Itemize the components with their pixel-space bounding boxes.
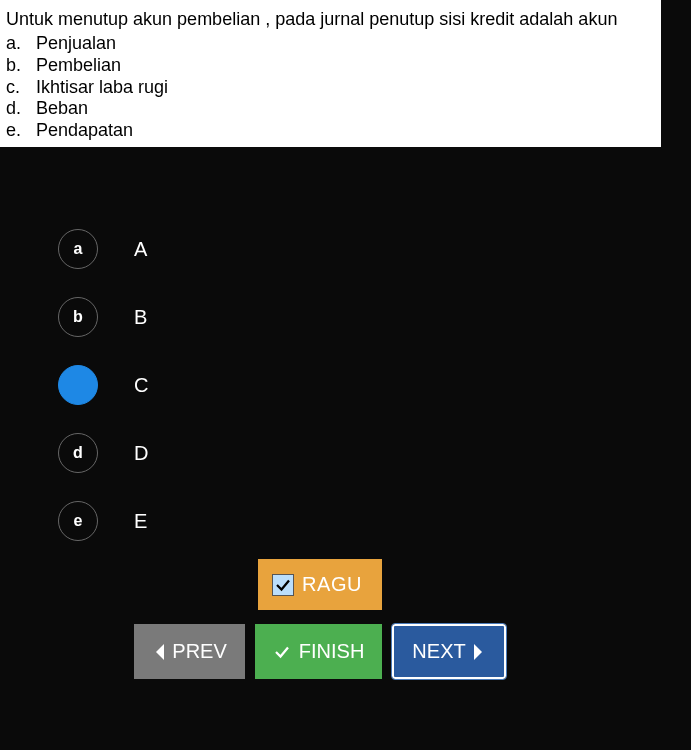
question-options-list: a.Penjualan b.Pembelian c.Ikhtisar laba …	[6, 33, 655, 141]
answer-row-b: b B	[58, 283, 691, 351]
question-text: Untuk menutup akun pembelian , pada jurn…	[6, 8, 655, 31]
check-icon	[274, 576, 292, 594]
answer-radio-c[interactable]: c	[58, 365, 98, 405]
chevron-right-icon	[472, 642, 486, 662]
prev-label: PREV	[172, 640, 226, 663]
answer-radio-b[interactable]: b	[58, 297, 98, 337]
answer-radio-e[interactable]: e	[58, 501, 98, 541]
answer-label-c: C	[134, 374, 148, 397]
next-label: NEXT	[412, 640, 465, 663]
chevron-left-icon	[152, 642, 166, 662]
finish-label: FINISH	[299, 640, 365, 663]
answer-label-b: B	[134, 306, 147, 329]
answer-choices: a A b B c C d D e E	[0, 147, 691, 555]
ragu-label: RAGU	[302, 573, 362, 596]
question-option: c.Ikhtisar laba rugi	[6, 77, 655, 99]
question-option: e.Pendapatan	[6, 120, 655, 142]
answer-label-a: A	[134, 238, 147, 261]
question-option: d.Beban	[6, 98, 655, 120]
question-option: a.Penjualan	[6, 33, 655, 55]
question-panel: Untuk menutup akun pembelian , pada jurn…	[0, 0, 661, 147]
check-icon	[273, 643, 291, 661]
answer-row-e: e E	[58, 487, 691, 555]
ragu-button[interactable]: RAGU	[258, 559, 382, 610]
answer-radio-d[interactable]: d	[58, 433, 98, 473]
answer-radio-a[interactable]: a	[58, 229, 98, 269]
prev-button[interactable]: PREV	[134, 624, 244, 679]
answer-row-a: a A	[58, 215, 691, 283]
ragu-checkbox[interactable]	[272, 574, 294, 596]
question-option: b.Pembelian	[6, 55, 655, 77]
nav-row: PREV FINISH NEXT	[134, 624, 505, 679]
finish-button[interactable]: FINISH	[255, 624, 383, 679]
next-button[interactable]: NEXT	[392, 624, 505, 679]
answer-row-d: d D	[58, 419, 691, 487]
answer-label-e: E	[134, 510, 147, 533]
answer-label-d: D	[134, 442, 148, 465]
answer-row-c: c C	[58, 351, 691, 419]
buttons-area: RAGU PREV FINISH NEXT	[0, 559, 640, 679]
